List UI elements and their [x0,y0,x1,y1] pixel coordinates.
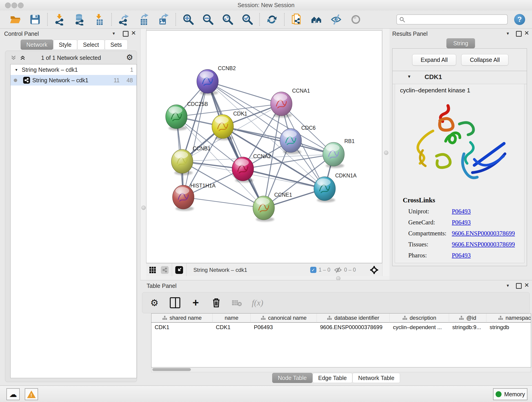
tab-sets[interactable]: Sets [105,40,128,50]
panel-float-icon[interactable] [123,31,128,37]
column-header[interactable]: canonical name [251,313,317,323]
network-edge[interactable] [208,81,264,208]
table-row[interactable]: CDK1 CDK1 P06493 9606.ENSP00000378699 cy… [152,323,531,332]
network-edge[interactable] [183,81,208,197]
search-input[interactable] [396,14,508,25]
cell-description[interactable]: cyclin–dependent ... [390,323,449,332]
network-canvas[interactable]: CCNB2CCNA1CDC25BCDK1CDC6RB1CCNB1CCNA2CDK… [146,31,382,263]
crosslink-pharos[interactable]: P06493 [452,252,471,259]
network-edge[interactable] [208,81,281,104]
zoom-selected-button[interactable] [241,13,253,26]
panel-close-icon[interactable]: ✕ [524,282,529,288]
network-edge[interactable] [183,197,264,208]
cell-name[interactable]: CDK1 [213,323,251,332]
add-column-icon[interactable]: + [190,298,201,308]
gear-icon[interactable]: ⚙ [126,53,133,62]
warnings-button[interactable]: ! [25,388,38,400]
tree-expand-icon[interactable]: ▼ [15,68,18,72]
collapse-section-icon[interactable]: ▼ [407,74,411,79]
tab-network-table[interactable]: Network Table [352,373,400,383]
help-button[interactable]: ? [514,14,525,25]
import-network-from-database-button[interactable] [73,13,86,26]
crosslink-uniprot[interactable]: P06493 [452,208,471,215]
cell-namespace[interactable]: stringdb [486,323,531,332]
crosslink-genecard[interactable]: P06493 [452,219,471,226]
delete-table-icon[interactable] [232,298,242,308]
hide-glass-panel-button[interactable] [330,13,342,26]
splitter-handle[interactable] [141,206,146,210]
export-image-button[interactable] [157,13,170,26]
warning-icon: ! [27,390,36,398]
tab-edge-table[interactable]: Edge Table [312,373,353,383]
birdseye-view-icon[interactable] [175,266,183,274]
selected-nodes-checkbox-icon[interactable]: ✓ [310,267,317,273]
column-header[interactable]: namespace [486,313,531,323]
home-button[interactable] [310,13,323,26]
tab-string[interactable]: String [446,38,475,48]
panel-menu-icon[interactable]: ▼ [506,32,510,36]
hidden-eye-slash-icon[interactable] [334,267,342,273]
network-node-CCNB2[interactable]: CCNB2 [197,65,236,95]
column-header[interactable]: description [390,313,449,323]
cell-shared-name[interactable]: CDK1 [152,323,213,332]
panel-close-icon[interactable]: ✕ [524,30,529,36]
expand-all-button[interactable]: Expand All [412,54,456,65]
right-panel-splitter[interactable] [382,29,390,280]
string-documents-button[interactable] [291,13,303,26]
panel-menu-icon[interactable]: ▼ [506,283,510,288]
horizontal-scrollbar[interactable] [151,367,531,372]
zoom-in-button[interactable] [182,13,194,26]
column-header[interactable]: database identifier [317,313,390,323]
crosslink-compartments[interactable]: 9606.ENSP00000378699 [452,230,515,237]
grid-view-icon[interactable] [149,267,156,273]
network-node-RB1[interactable]: RB1 [323,138,355,168]
string-style-icon[interactable] [161,266,169,274]
panel-menu-icon[interactable]: ▼ [112,32,116,36]
zoom-fit-button[interactable] [221,13,234,26]
import-table-button[interactable] [93,13,105,26]
cell-id[interactable]: stringdb:9... [449,323,486,332]
zoom-out-button[interactable] [202,13,214,26]
column-header[interactable]: name [213,313,251,323]
splitter-handle[interactable] [384,151,388,155]
network-node-CDK1[interactable]: CDK1 [212,111,247,140]
gene-name: CDK1 [424,73,442,81]
network-node-CCNA1[interactable]: CCNA1 [271,88,310,118]
network-edge[interactable] [243,169,325,189]
panel-float-icon[interactable] [516,283,522,289]
memory-button[interactable]: Memory [493,388,527,400]
export-network-button[interactable] [118,13,130,26]
network-collection-row[interactable]: ▼ String Network – cdk1 1 [11,64,137,75]
panel-float-icon[interactable] [516,31,522,37]
network-node-CDC6[interactable]: CDC6 [280,125,316,154]
tab-style[interactable]: Style [53,40,77,50]
cloud-services-button[interactable]: ☁ [6,388,20,400]
tab-select[interactable]: Select [77,40,104,50]
cell-database-identifier[interactable]: 9606.ENSP00000378699 [317,323,390,332]
tab-node-table[interactable]: Node Table [272,373,312,383]
crosslink-tissues[interactable]: 9606.ENSP00000378699 [452,241,515,248]
network-edge[interactable] [223,127,334,154]
panel-close-icon[interactable]: ✕ [131,30,136,36]
export-table-button[interactable] [138,13,150,26]
column-header[interactable]: @id [449,313,486,323]
table-settings-gear-icon[interactable]: ⚙ [149,298,160,308]
delete-column-icon[interactable] [211,298,222,308]
show-columns-icon[interactable] [170,298,180,308]
import-network-button[interactable] [54,13,66,26]
column-header[interactable]: shared name [152,313,213,323]
tab-network[interactable]: Network [21,40,53,50]
gene-section-header[interactable]: ▼ CDK1 [393,71,527,84]
function-builder-icon[interactable]: f(x) [252,298,263,308]
network-row[interactable]: String Network – cdk1 11 48 [11,75,137,85]
cell-canonical-name[interactable]: P06493 [251,323,317,332]
apply-layout-button[interactable] [266,13,278,26]
network-node-CDKN1A[interactable]: CDKN1A [314,172,357,202]
collapse-all-button[interactable]: Collapse All [461,54,508,65]
network-node-HIST1H1A[interactable]: HIST1H1A [172,183,216,211]
save-session-button[interactable] [29,13,41,26]
show-glass-panel-button[interactable] [350,13,362,26]
open-session-button[interactable] [9,13,22,26]
pan-crosshair-icon[interactable] [370,266,379,274]
scrollbar-thumb[interactable] [152,368,191,371]
